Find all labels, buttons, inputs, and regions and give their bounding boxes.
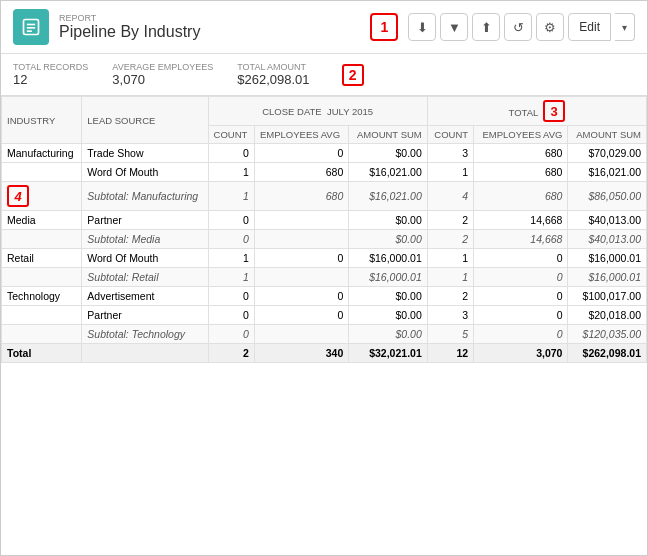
table-cell: 0 — [208, 325, 254, 344]
table-cell: $100,017.00 — [568, 287, 647, 306]
table-cell: Partner — [82, 306, 208, 325]
total-records-value: 12 — [13, 72, 88, 87]
table-cell: $16,021.00 — [349, 163, 427, 182]
table-cell: 680 — [474, 163, 568, 182]
table-cell: Advertisement — [82, 287, 208, 306]
page-title: Pipeline By Industry — [59, 23, 370, 41]
table-cell: 0 — [208, 230, 254, 249]
table-cell: Retail — [2, 249, 82, 268]
table-cell: 4 — [2, 182, 82, 211]
settings-button[interactable]: ⚙ — [536, 13, 564, 41]
table-cell — [2, 163, 82, 182]
table-cell: Word Of Mouth — [82, 249, 208, 268]
table-cell: 3 — [427, 144, 473, 163]
filter-button[interactable]: ▼ — [440, 13, 468, 41]
avg-employees-value: 3,070 — [112, 72, 213, 87]
total-amount-label: Total Amount — [237, 62, 309, 72]
col-total-count: COUNT — [427, 126, 473, 144]
total-records-label: Total Records — [13, 62, 88, 72]
avg-employees-label: Average Employees — [112, 62, 213, 72]
table-cell: $32,021.01 — [349, 344, 427, 363]
table-cell: 1 — [427, 249, 473, 268]
table-cell: Subtotal: Media — [82, 230, 208, 249]
table-cell: 12 — [427, 344, 473, 363]
table-cell: $16,000.01 — [568, 268, 647, 287]
table-cell: 1 — [427, 163, 473, 182]
table-cell: Manufacturing — [2, 144, 82, 163]
table-cell: 3 — [427, 306, 473, 325]
table-cell: Partner — [82, 211, 208, 230]
table-cell — [254, 230, 348, 249]
table-cell: 2 — [427, 287, 473, 306]
table-cell: 3,070 — [474, 344, 568, 363]
col-industry: INDUSTRY — [2, 97, 82, 144]
table-cell: 5 — [427, 325, 473, 344]
table-cell: 680 — [474, 144, 568, 163]
total-records-item: Total Records 12 — [13, 62, 88, 87]
table-cell — [2, 325, 82, 344]
table-cell: 0 — [208, 211, 254, 230]
table-cell: $86,050.00 — [568, 182, 647, 211]
col-employees-avg: EMPLOYEES Avg — [254, 126, 348, 144]
download-button[interactable]: ⬇ — [408, 13, 436, 41]
table-cell: 0 — [254, 306, 348, 325]
table-cell: 14,668 — [474, 211, 568, 230]
edit-button[interactable]: Edit — [568, 13, 611, 41]
close-date-value: July 2015 — [327, 106, 373, 117]
total-amount-item: Total Amount $262,098.01 — [237, 62, 309, 87]
table-cell: $16,000.01 — [349, 268, 427, 287]
refresh-button[interactable]: ↺ — [504, 13, 532, 41]
table-cell: Media — [2, 211, 82, 230]
table-cell: $0.00 — [349, 306, 427, 325]
header-actions: 1 ⬇ ▼ ⬆ ↺ ⚙ Edit ▾ — [370, 13, 635, 41]
table-cell: $70,029.00 — [568, 144, 647, 163]
table-cell — [254, 211, 348, 230]
col-count: COUNT — [208, 126, 254, 144]
table-cell: 340 — [254, 344, 348, 363]
table-cell: $16,000.01 — [349, 249, 427, 268]
table-cell: 1 — [208, 268, 254, 287]
summary-bar: Total Records 12 Average Employees 3,070… — [1, 54, 647, 96]
table-cell — [2, 306, 82, 325]
table-cell: 2 — [427, 211, 473, 230]
table-cell: $0.00 — [349, 211, 427, 230]
close-date-label: CLOSE DATE — [262, 106, 321, 117]
table-cell: $0.00 — [349, 325, 427, 344]
app-container: REPORT Pipeline By Industry 1 ⬇ ▼ ⬆ ↺ ⚙ … — [0, 0, 648, 556]
table-cell: 680 — [474, 182, 568, 211]
table-cell: $0.00 — [349, 287, 427, 306]
table-cell: 0 — [208, 287, 254, 306]
col-total-employees-avg: EMPLOYEES Avg — [474, 126, 568, 144]
table-cell: Subtotal: Manufacturing — [82, 182, 208, 211]
table-cell: Word Of Mouth — [82, 163, 208, 182]
table-cell: Subtotal: Retail — [82, 268, 208, 287]
total-group: Total 3 — [427, 97, 646, 126]
table-cell: $20,018.00 — [568, 306, 647, 325]
table-cell: 0 — [254, 287, 348, 306]
table-cell: 4 — [427, 182, 473, 211]
table-cell: 14,668 — [474, 230, 568, 249]
table-cell: 1 — [427, 268, 473, 287]
total-amount-value: $262,098.01 — [237, 72, 309, 87]
total-label: Total — [509, 107, 538, 118]
col-total-amount-sum: AMOUNT Sum — [568, 126, 647, 144]
table-cell: $16,021.00 — [349, 182, 427, 211]
share-button[interactable]: ⬆ — [472, 13, 500, 41]
table-cell: $0.00 — [349, 144, 427, 163]
table-cell: 0 — [208, 306, 254, 325]
table-cell: $16,021.00 — [568, 163, 647, 182]
col-lead-source: LEAD SOURCE — [82, 97, 208, 144]
table-wrapper: INDUSTRY LEAD SOURCE CLOSE DATE July 201… — [1, 96, 647, 555]
table-cell: $40,013.00 — [568, 211, 647, 230]
table-cell: 0 — [474, 325, 568, 344]
table-cell — [254, 268, 348, 287]
table-cell: 1 — [208, 249, 254, 268]
table-cell: 0 — [474, 287, 568, 306]
table-cell: 0 — [474, 268, 568, 287]
table-cell — [2, 230, 82, 249]
table-cell — [254, 325, 348, 344]
table-cell: 2 — [208, 344, 254, 363]
avg-employees-item: Average Employees 3,070 — [112, 62, 213, 87]
edit-dropdown-button[interactable]: ▾ — [615, 13, 635, 41]
table-cell: $40,013.00 — [568, 230, 647, 249]
